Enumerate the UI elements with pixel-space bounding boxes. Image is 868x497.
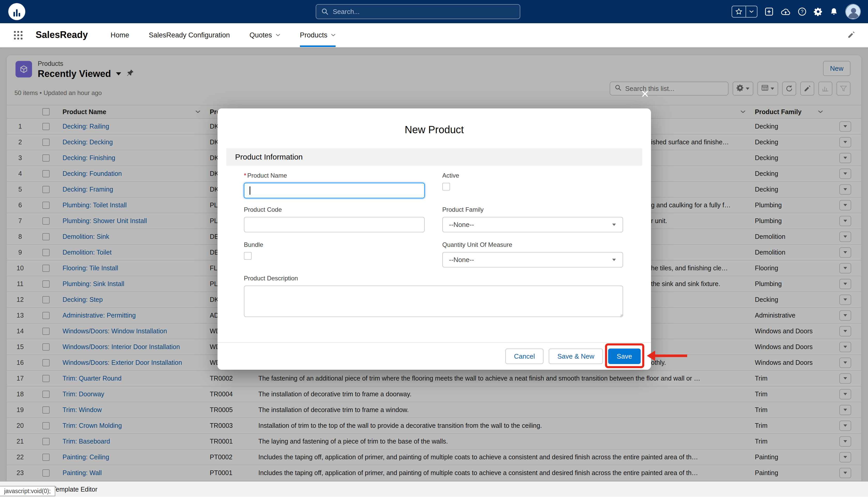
caret-down-icon	[612, 224, 616, 226]
active-checkbox[interactable]	[442, 183, 450, 190]
search-icon	[321, 8, 328, 15]
nav-tab-products[interactable]: Products	[300, 23, 336, 47]
company-logo-icon	[8, 3, 25, 20]
app-launcher-icon[interactable]	[14, 31, 23, 40]
text-cursor	[250, 186, 250, 195]
product-code-input[interactable]	[244, 217, 425, 232]
browser-status-text: javascript:void(0);	[0, 486, 55, 496]
add-icon[interactable]	[765, 7, 773, 16]
modal-title: New Product	[218, 124, 651, 136]
product-code-label: Product Code	[244, 206, 282, 213]
annotation-arrow-shaft	[654, 354, 687, 357]
product-name-label: *Product Name	[244, 172, 287, 179]
product-description-label: Product Description	[244, 275, 298, 282]
section-header: Product Information	[226, 148, 642, 166]
cancel-button[interactable]: Cancel	[505, 349, 544, 364]
global-search-input[interactable]: Search...	[316, 4, 520, 19]
bundle-checkbox[interactable]	[244, 252, 252, 260]
required-asterisk: *	[244, 172, 246, 179]
bundle-label: Bundle	[244, 241, 263, 248]
save-button[interactable]: Save	[608, 349, 641, 364]
nav-tab-quotes[interactable]: Quotes	[250, 23, 280, 47]
product-family-combobox[interactable]: --None--	[442, 217, 623, 232]
qty-uom-combobox[interactable]: --None--	[442, 252, 623, 268]
caret-down-icon	[612, 259, 616, 261]
setup-gear-icon[interactable]	[814, 7, 823, 16]
chevron-down-icon	[331, 33, 336, 37]
svg-text:?: ?	[801, 9, 803, 14]
product-family-label: Product Family	[442, 206, 484, 213]
global-search-placeholder: Search...	[333, 8, 360, 16]
help-icon[interactable]: ?	[798, 7, 807, 16]
upload-cloud-icon[interactable]	[781, 8, 790, 15]
new-product-modal: New Product Product Information *Product…	[218, 109, 651, 370]
notifications-bell-icon[interactable]	[830, 7, 838, 16]
nav-tab-home[interactable]: Home	[111, 23, 129, 47]
save-and-new-button[interactable]: Save & New	[549, 349, 603, 364]
utility-bar: SalesReady Template Editor	[0, 481, 868, 497]
avatar[interactable]	[845, 4, 861, 19]
chevron-down-icon	[276, 33, 280, 37]
favorites-button[interactable]	[732, 6, 757, 17]
product-name-input[interactable]	[244, 183, 425, 198]
active-label: Active	[442, 172, 459, 179]
global-header: Search... ?	[0, 0, 868, 23]
app-name: SalesReady	[36, 29, 88, 40]
salesforce-app: Search... ?	[0, 0, 868, 497]
main-content: Products Recently Viewed New 50 items • …	[0, 47, 868, 481]
favorites-caret-icon[interactable]	[745, 6, 757, 17]
close-icon[interactable]: ✕	[641, 89, 649, 99]
qty-uom-label: Quantity Unit Of Measure	[442, 241, 512, 248]
edit-pencil-icon[interactable]	[847, 31, 855, 41]
app-navigation-bar: SalesReady HomeSalesReady ConfigurationQ…	[0, 23, 868, 47]
nav-tab-salesready-configuration[interactable]: SalesReady Configuration	[149, 23, 230, 47]
favorites-star-icon[interactable]	[732, 6, 745, 17]
product-description-textarea[interactable]	[244, 286, 623, 317]
modal-footer: Cancel Save & New Save	[218, 342, 651, 370]
